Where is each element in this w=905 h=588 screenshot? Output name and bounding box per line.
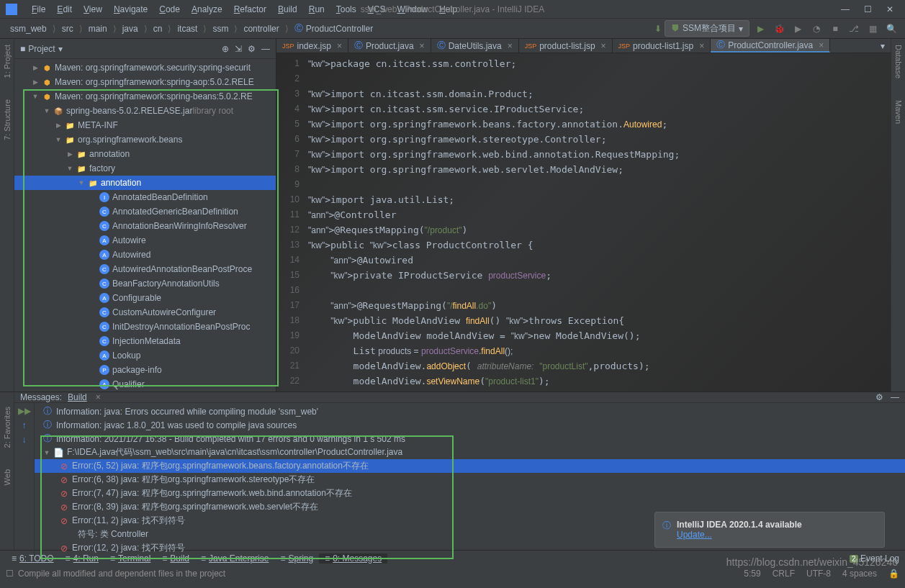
close-tab-icon[interactable]: × xyxy=(337,41,342,51)
status-item[interactable]: 5:59 xyxy=(744,569,760,579)
tree-item[interactable]: AConfigurable xyxy=(14,291,276,305)
run-config-selector[interactable]: ⛊ SSM整合项目 ▾ xyxy=(665,20,749,37)
message-line[interactable]: ⓘInformation: 2021/1/27 16:38 - Build co… xyxy=(35,432,905,445)
message-line[interactable]: ⊘Error:(5, 52) java: 程序包org.springframew… xyxy=(35,459,905,473)
tree-item[interactable]: ▼📁org.springframework.beans xyxy=(14,132,276,147)
tree-item[interactable]: AQualifier xyxy=(14,377,276,392)
tree-item[interactable]: CCustomAutowireConfigurer xyxy=(14,305,276,320)
tree-item[interactable]: IAnnotatedBeanDefinition xyxy=(14,190,276,204)
rail-structure[interactable]: 7: Structure xyxy=(3,99,12,140)
message-line[interactable]: ⊘Error:(6, 38) java: 程序包org.springframew… xyxy=(35,473,905,487)
menu-analyze[interactable]: Analyze xyxy=(186,4,228,14)
breadcrumb-item[interactable]: controller xyxy=(239,24,283,34)
editor-tab[interactable]: JSPproduct-list1.jsp× xyxy=(613,39,711,53)
breadcrumb-item[interactable]: main xyxy=(84,24,112,34)
menu-view[interactable]: View xyxy=(78,4,108,14)
message-line[interactable]: ⓘInformation: javac 1.8.0_201 was used t… xyxy=(35,418,905,432)
run-icon[interactable]: ▶ xyxy=(752,21,768,37)
tree-item[interactable]: AAutowired xyxy=(14,248,276,262)
code-editor[interactable]: "kw">package cn.itcast.ssm.controller;"k… xyxy=(305,53,891,392)
tree-item[interactable]: ▶⬢Maven: org.springframework:spring-aop:… xyxy=(14,75,276,89)
hide-icon[interactable]: — xyxy=(261,44,270,54)
tree-item[interactable]: ▼⬢Maven: org.springframework:spring-bean… xyxy=(14,89,276,104)
minimize-icon[interactable]: — xyxy=(841,4,850,14)
lock-icon[interactable]: 🔒 xyxy=(888,569,899,579)
close-tab-icon[interactable]: × xyxy=(96,392,101,402)
tree-item[interactable]: CAnnotatedGenericBeanDefinition xyxy=(14,204,276,219)
menu-edit[interactable]: Edit xyxy=(51,4,78,14)
tree-item[interactable]: CAutowiredAnnotationBeanPostProce xyxy=(14,262,276,276)
menu-code[interactable]: Code xyxy=(153,4,186,14)
build-tab[interactable]: Build xyxy=(62,392,93,402)
tree-item[interactable]: ▼📦spring-beans-5.0.2.RELEASE.jar library… xyxy=(14,104,276,118)
menu-refactor[interactable]: Refactor xyxy=(228,4,272,14)
status-item[interactable]: 4 spaces xyxy=(842,569,877,579)
coverage-icon[interactable]: ▶ xyxy=(790,21,806,37)
status-item[interactable]: CRLF xyxy=(773,569,795,579)
build-icon[interactable]: ⬇ xyxy=(654,24,662,34)
vcs-icon[interactable]: ⎇ xyxy=(846,21,862,37)
tree-item[interactable]: ▶📁META-INF xyxy=(14,118,276,132)
maximize-icon[interactable]: ☐ xyxy=(864,4,872,14)
structure-icon[interactable]: ▦ xyxy=(865,21,881,37)
collapse-icon[interactable]: ⇲ xyxy=(235,44,242,54)
status-item[interactable]: UTF-8 xyxy=(806,569,831,579)
stop-icon[interactable]: ■ xyxy=(827,21,843,37)
editor-tab[interactable]: ⒸProductController.java× xyxy=(711,39,830,53)
editor-tab[interactable]: ⒸProduct.java× xyxy=(348,39,431,53)
debug-icon[interactable]: 🐞 xyxy=(771,21,787,37)
project-tree[interactable]: ▶⬢Maven: org.springframework.security:sp… xyxy=(14,59,276,392)
breadcrumb-item[interactable]: ssm xyxy=(208,24,233,34)
down-icon[interactable]: ↓ xyxy=(22,435,27,445)
rerun-icon[interactable]: ▶▶ xyxy=(18,406,31,416)
gear-icon[interactable]: ⚙ xyxy=(248,44,256,54)
msg-gear-icon[interactable]: ⚙ xyxy=(875,392,883,402)
update-notification[interactable]: ⓘ IntelliJ IDEA 2020.1.4 available Updat… xyxy=(654,512,885,548)
rail-web[interactable]: Web xyxy=(3,469,12,485)
menu-file[interactable]: File xyxy=(26,4,51,14)
tree-item[interactable]: CInjectionMetadata xyxy=(14,334,276,348)
update-link[interactable]: Update... xyxy=(677,530,712,540)
close-icon[interactable]: ✕ xyxy=(886,4,893,14)
breadcrumb-item[interactable]: java xyxy=(118,24,143,34)
rail-database[interactable]: Database xyxy=(894,45,903,78)
close-tab-icon[interactable]: × xyxy=(601,41,606,51)
tab-dropdown-icon[interactable]: ▾ xyxy=(875,41,891,51)
close-tab-icon[interactable]: × xyxy=(699,41,704,51)
breadcrumb-item[interactable]: ⒸProductController xyxy=(290,22,377,35)
tree-item[interactable]: Ppackage-info xyxy=(14,363,276,377)
rail-favorites[interactable]: 2: Favorites xyxy=(3,407,12,448)
breadcrumb-item[interactable]: src xyxy=(58,24,78,34)
menu-run[interactable]: Run xyxy=(303,4,330,14)
up-icon[interactable]: ↑ xyxy=(22,420,27,430)
editor-tab[interactable]: JSPindex.jsp× xyxy=(276,39,348,53)
tree-item[interactable]: CBeanFactoryAnnotationUtils xyxy=(14,276,276,291)
close-tab-icon[interactable]: × xyxy=(819,40,824,50)
tree-item[interactable]: ▼📁factory xyxy=(14,161,276,176)
editor-tab[interactable]: ⒸDateUtils.java× xyxy=(431,39,519,53)
rail-maven[interactable]: Maven xyxy=(894,100,903,124)
menu-build[interactable]: Build xyxy=(272,4,303,14)
profile-icon[interactable]: ◔ xyxy=(809,21,824,37)
editor-tab[interactable]: JSPproduct-list.jsp× xyxy=(519,39,613,53)
close-tab-icon[interactable]: × xyxy=(508,41,513,51)
tree-item[interactable]: ▼📁annotation xyxy=(14,176,276,190)
search-icon[interactable]: 🔍 xyxy=(883,21,899,37)
tree-item[interactable]: ALookup xyxy=(14,348,276,363)
menu-navigate[interactable]: Navigate xyxy=(108,4,153,14)
tree-item[interactable]: CInitDestroyAnnotationBeanPostProc xyxy=(14,320,276,334)
message-line[interactable]: ⓘInformation: java: Errors occurred whil… xyxy=(35,404,905,418)
tree-item[interactable]: ▶📁annotation xyxy=(14,147,276,161)
breadcrumb-item[interactable]: ssm_web xyxy=(6,24,51,34)
tree-item[interactable]: CAnnotationBeanWiringInfoResolver xyxy=(14,219,276,233)
close-tab-icon[interactable]: × xyxy=(420,41,425,51)
tree-item[interactable]: ▶⬢Maven: org.springframework.security:sp… xyxy=(14,60,276,75)
breadcrumb-item[interactable]: cn xyxy=(149,24,167,34)
locate-icon[interactable]: ⊕ xyxy=(222,44,229,54)
message-line[interactable]: ▼📄F:\IDEA.java代码\ssm_web\src\main\java\c… xyxy=(35,445,905,459)
breadcrumb-item[interactable]: itcast xyxy=(173,24,202,34)
rail-project[interactable]: 1: Project xyxy=(3,45,12,78)
msg-hide-icon[interactable]: — xyxy=(891,392,899,402)
menu-tools[interactable]: Tools xyxy=(330,4,362,14)
message-line[interactable]: ⊘Error:(7, 47) java: 程序包org.springframew… xyxy=(35,487,905,500)
